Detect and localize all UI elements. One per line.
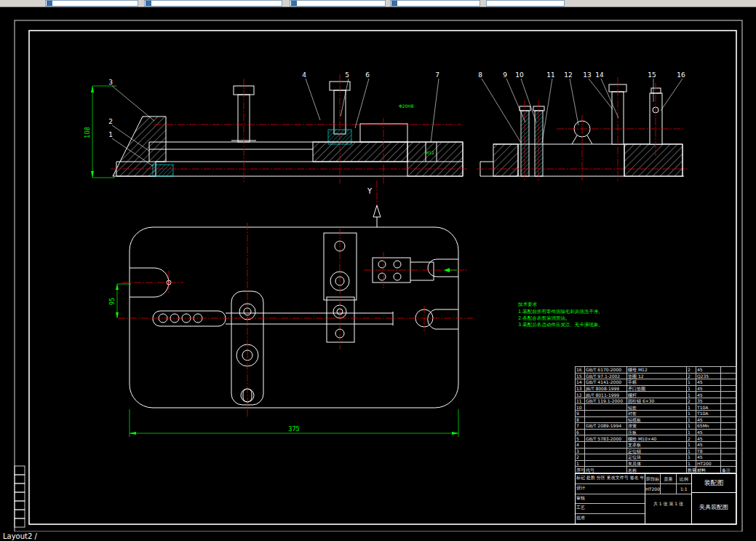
bom-header-cell: 备注: [721, 467, 737, 473]
balloon-5: 5: [345, 71, 349, 79]
balloon-leader: [482, 79, 521, 143]
bom-cell: [721, 385, 737, 392]
bom-cell: GB/T 119.1-2000: [585, 398, 627, 404]
dim-bush-dia: Φ20H8: [399, 103, 414, 108]
bom-cell: 1: [687, 454, 696, 461]
dim-front-height: 108: [84, 127, 91, 138]
bom-cell: [585, 429, 627, 435]
bom-cell: GB/T 4141-2000: [585, 379, 627, 386]
bom-cell: 35: [696, 398, 721, 404]
color-icon: [146, 1, 151, 6]
balloon-10: 10: [515, 71, 524, 79]
bom-cell: 2: [687, 373, 696, 379]
layer-icon: [47, 1, 52, 6]
color-combo[interactable]: [144, 0, 282, 7]
bom-cell: [585, 454, 627, 461]
technical-notes: 技术要求 1.装配前所有零件清除毛刺并清洗干净。 2.各配合表面涂润滑油。 3.…: [517, 301, 603, 328]
balloon-11: 11: [546, 71, 554, 79]
bom-cell: 1: [687, 404, 696, 411]
balloon-16: 16: [677, 71, 685, 79]
bom-cell: [721, 373, 737, 379]
linetype-combo[interactable]: [290, 0, 386, 7]
bom-cell: 7: [576, 423, 585, 430]
balloon-leader: [570, 79, 578, 125]
balloon-8: 8: [478, 71, 482, 79]
plotstyle-combo[interactable]: [486, 0, 565, 7]
titleblock-right: 装配图 夹具装配图: [692, 474, 736, 524]
bom-cell: 11: [576, 398, 585, 404]
statusbar: Layout2 /: [0, 532, 756, 541]
balloon-7: 7: [435, 71, 439, 79]
bom-cell: 8: [576, 416, 585, 423]
properties-toolbar: [0, 0, 756, 7]
bom-cell: [585, 404, 627, 411]
titleblock-middle: 阶段标记 质量 比例 HT200 1:1 共 1 张 第 1 张: [645, 474, 692, 524]
bom-cell: 45: [696, 392, 721, 398]
bom-cell: 45: [696, 454, 721, 461]
bom-cell: 2: [687, 398, 696, 404]
bom-cell: [721, 448, 737, 454]
y-axis-marker: Y: [367, 181, 381, 227]
titleblock-mass-label: 质量: [661, 474, 676, 483]
bom-cell: GB/T 2089-1994: [585, 423, 627, 430]
bom-cell: 1: [576, 460, 585, 467]
bom-cell: [721, 367, 737, 374]
titleblock-role: 工艺: [576, 504, 645, 514]
titleblock-role: 设计: [576, 484, 645, 494]
bom-cell: 弹簧: [627, 423, 687, 430]
balloon-leader: [341, 79, 349, 117]
bom-cell: 螺栓 M10×40: [627, 435, 687, 442]
bom-cell: 10: [576, 404, 585, 411]
bom-cell: GB/T 6170-2000: [585, 367, 627, 374]
bom-cell: 1: [687, 411, 696, 417]
bom-cell: 1: [687, 448, 696, 454]
bom-cell: 9: [576, 411, 585, 417]
bom-cell: 1: [687, 392, 696, 398]
bom-cell: 45: [696, 367, 721, 374]
balloon-leader: [306, 79, 320, 120]
bom-header-cell: 名称: [627, 467, 687, 473]
titleblock-drawing-title: 装配图: [692, 474, 736, 493]
bom-cell: 螺杆: [627, 392, 687, 398]
bom-cell: [585, 448, 627, 454]
balloon-6: 6: [365, 71, 370, 79]
balloon-4: 4: [302, 71, 306, 79]
bom-cell: 衬套: [627, 411, 687, 417]
bom-cell: [721, 416, 737, 423]
layout2-tab[interactable]: Layout2 /: [3, 532, 37, 540]
bom-cell: 夹具体: [627, 460, 687, 467]
title-block: 标记 处数 分区 更改文件号 签名 年.月.日 设计 审核 工艺 批准 阶段标记…: [575, 473, 736, 524]
bom-cell: T8: [696, 448, 721, 454]
bom-cell: 65Mn: [696, 423, 721, 430]
bom-cell: [721, 460, 737, 467]
bom-table: 16GB/T 6170-2000螺母 M1224515GB/T 97.1-200…: [575, 366, 737, 473]
lineweight-icon: [391, 1, 397, 6]
bom-cell: [585, 416, 627, 423]
bom-cell: 14: [576, 379, 585, 386]
y-marker-label: Y: [367, 187, 373, 195]
bom-cell: HT200: [696, 460, 721, 467]
bom-cell: 2: [687, 435, 696, 442]
bom-cell: [721, 404, 737, 411]
bom-cell: JB/T 8008-1999: [585, 385, 627, 392]
balloon-9: 9: [503, 71, 507, 79]
lineweight-combo[interactable]: [390, 0, 480, 7]
layer-combo[interactable]: [45, 0, 138, 7]
balloon-12: 12: [564, 71, 572, 79]
titleblock-signatures: 标记 处数 分区 更改文件号 签名 年.月.日 设计 审核 工艺 批准: [576, 474, 645, 524]
plan-view: [130, 227, 458, 408]
balloon-15: 15: [648, 71, 656, 79]
bom-cell: [721, 423, 737, 430]
bom-cell: [585, 441, 627, 448]
bom-header-cell: 代号: [585, 467, 627, 473]
bom-cell: 45: [696, 416, 721, 423]
bom-cell: [721, 392, 737, 398]
bom-cell: 手柄: [627, 379, 687, 386]
bom-cell: 5: [576, 435, 585, 442]
bom-cell: 45: [696, 385, 721, 392]
bom-cell: 螺母 M12: [627, 367, 687, 374]
bom-cell: 1: [687, 385, 696, 392]
bom-cell: [721, 441, 737, 448]
bom-cell: 6: [576, 429, 585, 435]
balloon-leader: [431, 79, 439, 143]
